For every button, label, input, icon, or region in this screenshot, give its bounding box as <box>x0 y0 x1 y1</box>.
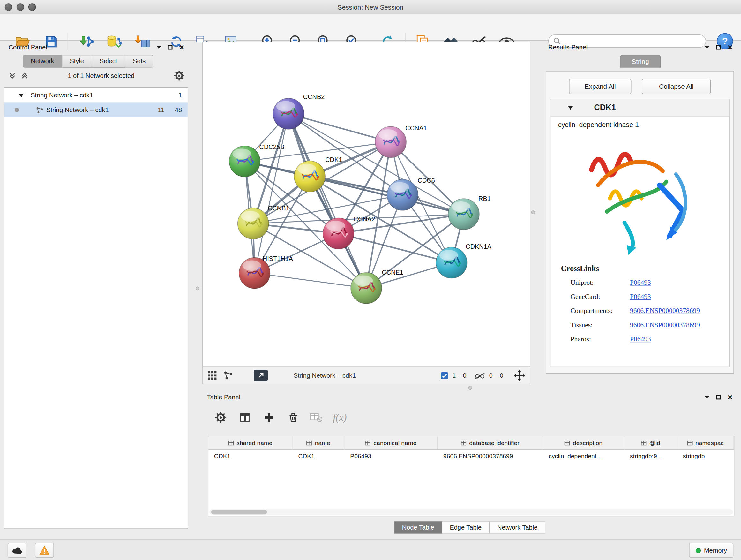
compartments-link[interactable]: 9606.ENSP00000378699 <box>630 304 700 318</box>
network-node-CCNA1[interactable] <box>375 126 406 158</box>
tab-node-table[interactable]: Node Table <box>394 521 442 533</box>
table-row[interactable]: CDK1 CDK1 P06493 9606.ENSP00000378699 cy… <box>208 449 734 462</box>
maximize-panel-icon[interactable] <box>716 395 721 400</box>
zoom-window-icon[interactable] <box>28 3 36 11</box>
float-panel-icon[interactable] <box>705 46 710 49</box>
current-network-bullet-icon <box>15 108 19 112</box>
delete-table-button-disabled <box>307 408 325 426</box>
node-label: CCNA1 <box>405 125 427 132</box>
pharos-link[interactable]: P06493 <box>630 332 651 346</box>
disclosure-triangle-icon[interactable] <box>18 93 24 98</box>
network-edge[interactable] <box>255 273 366 288</box>
network-node-CCNB2[interactable] <box>273 98 304 129</box>
network-node-HIST1H1A[interactable] <box>239 258 270 289</box>
grid-icon[interactable] <box>207 371 217 380</box>
close-panel-icon[interactable]: × <box>728 394 733 401</box>
node-label: CDC6 <box>418 177 435 184</box>
network-edge[interactable] <box>288 114 391 142</box>
table-panel: Table Panel × <box>202 391 737 534</box>
close-panel-icon[interactable]: × <box>728 44 733 51</box>
column-header[interactable]: @id <box>624 436 677 449</box>
maximize-panel-icon[interactable] <box>168 45 173 50</box>
network-node-CDC6[interactable] <box>387 179 418 210</box>
network-edge[interactable] <box>288 114 366 288</box>
tab-sets[interactable]: Sets <box>125 55 154 68</box>
network-node-RB1[interactable] <box>448 199 479 230</box>
network-canvas[interactable]: CCNB2CCNA1CDC25BCDK1CDC6RB1CCNB1CCNA2CDK… <box>202 42 530 366</box>
tab-string[interactable]: String <box>620 55 661 68</box>
trash-icon <box>287 412 298 423</box>
network-node-CCNE1[interactable] <box>351 273 382 304</box>
pan-crosshair-icon[interactable] <box>514 370 525 381</box>
maximize-panel-icon[interactable] <box>716 45 721 50</box>
crosslink-row: Uniprot: P06493 <box>550 275 729 289</box>
column-header[interactable]: name <box>293 436 345 449</box>
column-header[interactable]: database identifier <box>437 436 543 449</box>
genecard-link[interactable]: P06493 <box>630 289 651 303</box>
gene-name: CDK1 <box>594 103 616 113</box>
tab-select[interactable]: Select <box>92 55 125 68</box>
collection-count: 1 <box>179 91 182 99</box>
tab-style[interactable]: Style <box>62 55 92 68</box>
network-node-CDK1[interactable] <box>294 161 325 192</box>
selected-count: 1 – 0 <box>452 372 466 379</box>
column-sort-icon <box>687 440 692 446</box>
tissues-link[interactable]: 9606.ENSP00000378699 <box>630 318 700 332</box>
column-header[interactable]: namespac <box>677 436 734 449</box>
splitter-handle[interactable] <box>468 386 472 389</box>
splitter-handle[interactable] <box>531 210 535 214</box>
node-table: shared name name canonical name database… <box>208 436 735 516</box>
float-panel-icon[interactable] <box>705 396 710 399</box>
expand-all-icon[interactable] <box>21 72 28 79</box>
tab-network-table[interactable]: Network Table <box>489 521 545 533</box>
scrollbar-thumb[interactable] <box>211 509 267 514</box>
cloud-button[interactable] <box>8 543 26 558</box>
birdseye-toggle-button[interactable] <box>254 370 268 381</box>
network-node-CCNA2[interactable] <box>323 218 354 249</box>
show-columns-button[interactable] <box>236 408 254 426</box>
collapse-all-button[interactable]: Collapse All <box>642 79 711 94</box>
node-label: CCNA2 <box>354 215 375 223</box>
warnings-button[interactable] <box>35 543 54 558</box>
horizontal-scrollbar[interactable] <box>209 509 733 515</box>
control-panel-title: Control Panel <box>9 44 47 51</box>
disclosure-triangle-icon[interactable] <box>568 105 574 110</box>
tab-edge-table[interactable]: Edge Table <box>442 521 490 533</box>
hidden-count: 0 – 0 <box>489 372 503 379</box>
selected-checkbox-icon[interactable] <box>441 371 448 379</box>
delete-column-button[interactable] <box>284 408 302 426</box>
gear-icon[interactable] <box>174 71 185 81</box>
hidden-glasses-icon[interactable] <box>475 372 485 379</box>
create-column-button[interactable] <box>260 408 278 426</box>
network-node-CDC25B[interactable] <box>229 146 260 177</box>
crosslink-row: Pharos: P06493 <box>550 332 729 346</box>
column-header[interactable]: shared name <box>208 436 293 449</box>
column-header[interactable]: description <box>543 436 624 449</box>
network-tree: String Network – cdk1 1 String Network –… <box>4 87 188 529</box>
collapse-all-icon[interactable] <box>9 72 16 79</box>
uniprot-link[interactable]: P06493 <box>630 275 651 289</box>
float-panel-icon[interactable] <box>157 46 161 49</box>
arrow-up-right-icon <box>258 372 264 379</box>
splitter-handle[interactable] <box>196 287 199 290</box>
share-icon[interactable] <box>223 371 233 380</box>
node-label: CCNB2 <box>303 93 325 100</box>
tab-network[interactable]: Network <box>23 55 62 68</box>
network-edge[interactable] <box>339 233 452 263</box>
table-options-button[interactable] <box>212 408 229 426</box>
column-header[interactable]: canonical name <box>345 436 438 449</box>
function-builder-button[interactable]: f(x) <box>331 408 349 426</box>
node-label: RB1 <box>478 195 491 202</box>
gene-card-header[interactable]: CDK1 <box>550 99 729 117</box>
memory-button[interactable]: Memory <box>689 543 733 558</box>
network-node-CDKN1A[interactable] <box>436 247 467 278</box>
minimize-window-icon[interactable] <box>17 3 24 11</box>
expand-all-button[interactable]: Expand All <box>569 79 631 94</box>
close-window-icon[interactable] <box>5 3 12 11</box>
node-label: HIST1H1A <box>263 255 293 262</box>
network-collection-row[interactable]: String Network – cdk1 1 <box>4 88 188 103</box>
network-node-CCNB1[interactable] <box>238 208 269 239</box>
network-row[interactable]: String Network – cdk1 11 48 <box>4 103 188 117</box>
network-edge[interactable] <box>255 114 288 273</box>
close-panel-icon[interactable]: × <box>179 44 185 51</box>
